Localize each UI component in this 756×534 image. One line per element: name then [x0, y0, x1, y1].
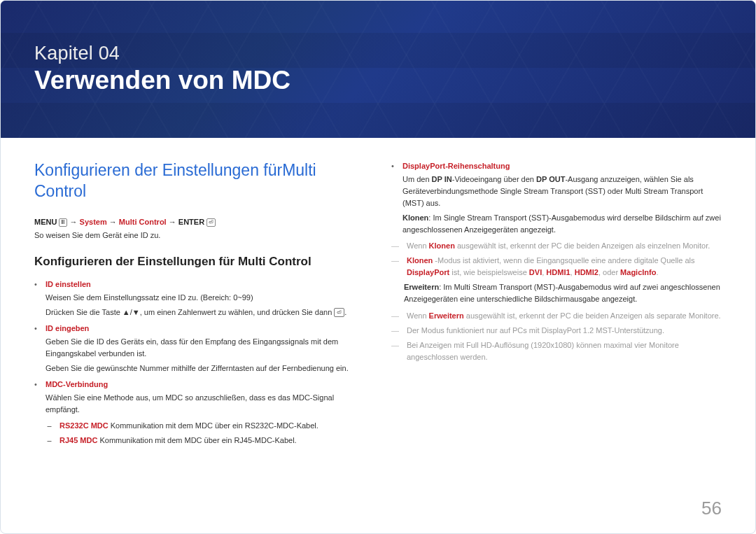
subitem-title: RS232C MDC	[59, 421, 108, 430]
sub-paragraph: Erweitern: Im Multi Stream Transport (MS…	[404, 281, 722, 305]
left-column: Konfigurieren der Einstellungen fürMulti…	[34, 160, 365, 449]
item-desc: Geben Sie die ID des Geräts ein, dass fü…	[46, 336, 365, 360]
enter-icon: ⏎	[206, 218, 216, 227]
note-line: ― Klonen -Modus ist aktiviert, wenn die …	[391, 255, 722, 279]
sub-list-item: ‒ RS232C MDC Kommunikation mit dem MDC ü…	[47, 420, 365, 432]
chapter-banner: Kapitel 04 Verwenden von MDC	[1, 1, 755, 138]
note-line: ― Wenn Klonen ausgewählt ist, erkennt de…	[391, 240, 722, 252]
sub-list-item: ‒ RJ45 MDC Kommunikation mit dem MDC übe…	[47, 435, 365, 447]
arrow-icon: →	[70, 218, 80, 226]
item-desc: Drücken Sie die Taste ▲/▼, um einen Zahl…	[46, 307, 365, 318]
item-title: ID einstellen	[46, 279, 365, 290]
note-line: ― Der Modus funktioniert nur auf PCs mit…	[391, 325, 722, 337]
menu-multi: Multi Control	[119, 218, 167, 226]
subitem-desc: Kommunikation mit dem MDC über ein RS232…	[111, 421, 318, 430]
menu-path: MENU Ⅲ → System → Multi Control → ENTER …	[34, 218, 365, 227]
chapter-title: Verwenden von MDC	[34, 66, 722, 95]
page-number: 56	[701, 498, 722, 519]
dash-icon: ‒	[47, 420, 54, 432]
note-bar-icon: ―	[391, 255, 401, 279]
arrow-icon: →	[169, 218, 178, 226]
item-desc: Weisen Sie dem Einstellungssatz eine ID …	[46, 292, 365, 304]
subitem-desc: Kommunikation mit dem MDC über ein RJ45-…	[99, 436, 296, 444]
item-desc: Klonen: Im Single Stream Transport (SST)…	[402, 212, 722, 236]
item-desc: Wählen Sie eine Methode aus, um MDC so a…	[46, 392, 365, 416]
list-item: • ID eingeben Geben Sie die ID des Gerät…	[34, 323, 365, 374]
note-bar-icon: ―	[391, 339, 401, 363]
list-item: • MDC-Verbindung Wählen Sie eine Methode…	[34, 379, 365, 416]
note-line: ― Bei Anzeigen mit Full HD-Auflösung (19…	[391, 339, 722, 363]
body-columns: Konfigurieren der Einstellungen fürMulti…	[1, 138, 755, 449]
list-item: • ID einstellen Weisen Sie dem Einstellu…	[34, 279, 365, 318]
item-title: ID eingeben	[46, 323, 365, 335]
bullet-icon: •	[34, 279, 40, 318]
bullet-icon: •	[34, 379, 40, 416]
item-title: DisplayPort-Reihenschaltung	[402, 160, 722, 172]
item-desc: Um den DP IN-Videoeingang über den DP OU…	[402, 174, 722, 209]
menu-enter: ENTER	[178, 218, 204, 226]
bullet-icon: •	[391, 160, 397, 236]
note-bar-icon: ―	[391, 240, 401, 252]
bullet-icon: •	[34, 323, 40, 374]
menu-prefix: MENU	[34, 218, 57, 226]
enter-icon: ⏎	[334, 308, 344, 317]
chapter-label: Kapitel 04	[34, 43, 722, 64]
note-bar-icon: ―	[391, 325, 401, 337]
arrow-icon: →	[109, 218, 119, 226]
note-text: Bei Anzeigen mit Full HD-Auflösung (1920…	[407, 339, 722, 363]
dash-icon: ‒	[47, 435, 54, 447]
item-title: MDC-Verbindung	[46, 379, 365, 391]
note-bar-icon: ―	[391, 310, 401, 322]
intro-text: So weisen Sie dem Gerät eine ID zu.	[34, 231, 365, 239]
list-item: • DisplayPort-Reihenschaltung Um den DP …	[391, 160, 722, 236]
sub-heading: Konfigurieren der Einstellungen für Mult…	[34, 255, 365, 269]
item-desc: Geben Sie die gewünschte Nummer mithilfe…	[46, 363, 365, 374]
document-page: Kapitel 04 Verwenden von MDC Konfigurier…	[0, 0, 756, 534]
note-line: ― Wenn Erweitern ausgewählt ist, erkennt…	[391, 310, 722, 322]
menu-grid-icon: Ⅲ	[59, 218, 67, 227]
right-column: • DisplayPort-Reihenschaltung Um den DP …	[391, 160, 722, 449]
menu-system: System	[80, 218, 107, 226]
note-text: Der Modus funktioniert nur auf PCs mit D…	[407, 325, 664, 337]
section-heading: Konfigurieren der Einstellungen fürMulti…	[34, 160, 365, 202]
subitem-title: RJ45 MDC	[59, 436, 97, 444]
item-desc: Erweitern: Im Multi Stream Transport (MS…	[404, 281, 722, 305]
